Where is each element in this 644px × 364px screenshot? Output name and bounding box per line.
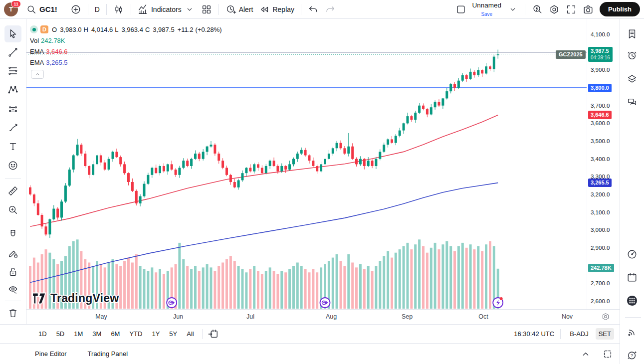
tool-eye-hide-icon[interactable]: [4, 281, 21, 298]
tool-lock-icon[interactable]: [4, 263, 21, 280]
tool-fib-lines-icon[interactable]: [4, 62, 21, 79]
time-tick-oct: Oct: [473, 313, 493, 320]
indicators-icon: [138, 4, 149, 15]
pine-editor-tab[interactable]: Pine Editor: [35, 350, 67, 358]
chart-canvas[interactable]: D O3,983.0 H4,014.6 L3,963.4 C3,987.5 +1…: [26, 19, 587, 309]
publish-button[interactable]: Publish: [600, 2, 640, 16]
tool-cursor-icon[interactable]: [4, 25, 21, 42]
candlestick-style-icon: [113, 4, 124, 15]
sidebar-chat-icon[interactable]: [624, 94, 641, 111]
ohlc-high: 4,014.6: [91, 26, 113, 33]
axis-settings-gear-icon[interactable]: [600, 311, 611, 322]
user-avatar[interactable]: T 11: [4, 2, 18, 16]
toolbar-divider: [218, 4, 219, 15]
range-1m[interactable]: 1M: [70, 328, 86, 340]
tool-zoom-in-icon[interactable]: [4, 201, 21, 218]
range-1d[interactable]: 1D: [35, 328, 50, 340]
range-5d[interactable]: 5D: [53, 328, 68, 340]
tool-text-icon[interactable]: [4, 138, 21, 155]
indicators-button[interactable]: Indicators: [135, 2, 198, 17]
legend-main-row[interactable]: D O3,983.0 H4,014.6 L3,963.4 C3,987.5 +1…: [30, 24, 222, 35]
time-axis[interactable]: MayJunJulAugSepOctNov: [26, 309, 620, 325]
sidebar-gauge-icon[interactable]: [624, 246, 641, 263]
price-change-pct: (+0.28%): [196, 26, 222, 33]
trading-panel-tab[interactable]: Trading Panel: [88, 350, 128, 358]
time-tick-jun: Jun: [168, 313, 188, 320]
alert-label: Alert: [239, 5, 253, 13]
tool-draw-mode-icon[interactable]: [4, 245, 21, 262]
interval-button[interactable]: D: [92, 2, 103, 17]
fullscreen-button[interactable]: [563, 2, 580, 17]
time-tick-jul: Jul: [240, 313, 260, 320]
replay-button[interactable]: Replay: [256, 2, 297, 17]
range-6m[interactable]: 6M: [107, 328, 123, 340]
price-tick: 3,000.0: [591, 226, 610, 233]
legend-ema2-row[interactable]: EMA 3,265.5: [30, 57, 222, 68]
tool-emoji-icon[interactable]: [4, 157, 21, 174]
save-label[interactable]: Save: [481, 11, 492, 17]
tool-xabcd-pattern-icon[interactable]: [4, 81, 21, 98]
range-3m[interactable]: 3M: [89, 328, 105, 340]
tool-trend-line-icon[interactable]: [4, 44, 21, 61]
redo-button[interactable]: [322, 2, 339, 17]
templates-grid-icon: [201, 4, 212, 15]
go-to-date-icon: [208, 329, 218, 340]
ema2-label: EMA: [30, 59, 44, 66]
go-to-date-button[interactable]: [205, 327, 221, 342]
interval-badge: D: [40, 25, 48, 33]
sidebar-watchlist-icon[interactable]: [624, 25, 641, 42]
undo-button[interactable]: [305, 2, 322, 17]
sidebar-calendar-icon[interactable]: [624, 269, 641, 286]
layout-name-button[interactable]: Unnamed Save: [469, 2, 505, 17]
compare-add-button[interactable]: [67, 2, 84, 17]
price-axis[interactable]: 4,100.04,000.03,900.03,800.03,700.03,600…: [587, 19, 621, 309]
time-tick-aug: Aug: [321, 313, 341, 320]
session-toggle[interactable]: SET: [596, 328, 614, 340]
adjustment-toggle[interactable]: B-ADJ: [567, 328, 592, 340]
replay-label: Replay: [272, 5, 294, 13]
chart-style-button[interactable]: [110, 2, 127, 17]
sidebar-help-sparkle-icon[interactable]: ?: [624, 347, 641, 364]
range-1y[interactable]: 1Y: [148, 328, 163, 340]
tool-projection-icon[interactable]: [4, 101, 21, 118]
svg-text:?: ?: [631, 353, 633, 358]
legend-collapse-button[interactable]: [31, 70, 44, 79]
settings-button[interactable]: [546, 2, 563, 17]
symbol-search-button[interactable]: GC1!: [23, 2, 60, 17]
tool-trash-icon[interactable]: [4, 305, 21, 322]
sidebar-object-tree-icon[interactable]: [624, 70, 641, 87]
sidebar-apps-grid-icon[interactable]: [624, 292, 641, 309]
price-badge: 3,646.6: [588, 111, 612, 119]
price-tick: 3,700.0: [591, 102, 610, 109]
tool-brush-icon[interactable]: [4, 119, 21, 136]
publish-label: Publish: [608, 5, 632, 13]
range-5y[interactable]: 5Y: [166, 328, 181, 340]
indicator-templates-button[interactable]: [198, 2, 215, 17]
alert-button[interactable]: Alert: [222, 2, 256, 17]
legend-ema1-row[interactable]: EMA 3,646.6: [30, 46, 222, 57]
tool-magnet-icon[interactable]: [4, 226, 21, 243]
maximize-panel-icon[interactable]: [602, 349, 613, 360]
layout-name: Unnamed: [472, 2, 502, 8]
volume-label: Vol: [30, 37, 39, 44]
range-all[interactable]: All: [183, 328, 197, 340]
expand-panel-icon[interactable]: [580, 349, 591, 360]
price-tick: 3,900.0: [591, 66, 610, 73]
layout-square-icon: [455, 4, 466, 15]
clock[interactable]: 16:30:42 UTC: [514, 330, 554, 338]
interval-label: D: [95, 5, 100, 13]
toolbar-divider: [560, 329, 561, 339]
ohlc-low-label: L: [115, 26, 118, 33]
snapshot-button[interactable]: [580, 2, 597, 17]
layout-select-button[interactable]: [452, 2, 469, 17]
plus-circle-icon: [70, 4, 81, 15]
quick-search-button[interactable]: [529, 2, 546, 17]
layout-menu-button[interactable]: [504, 2, 521, 17]
sidebar-alarm-icon[interactable]: [624, 47, 641, 64]
range-ytd[interactable]: YTD: [126, 328, 146, 340]
tool-ruler-icon[interactable]: [4, 182, 21, 199]
top-toolbar: T 11 GC1! D Indicators Alert Replay: [0, 0, 644, 19]
price-tick: 3,600.0: [591, 120, 610, 127]
legend-volume-row[interactable]: Vol 242.78K: [30, 35, 222, 46]
sidebar-streams-icon[interactable]: [624, 324, 641, 341]
